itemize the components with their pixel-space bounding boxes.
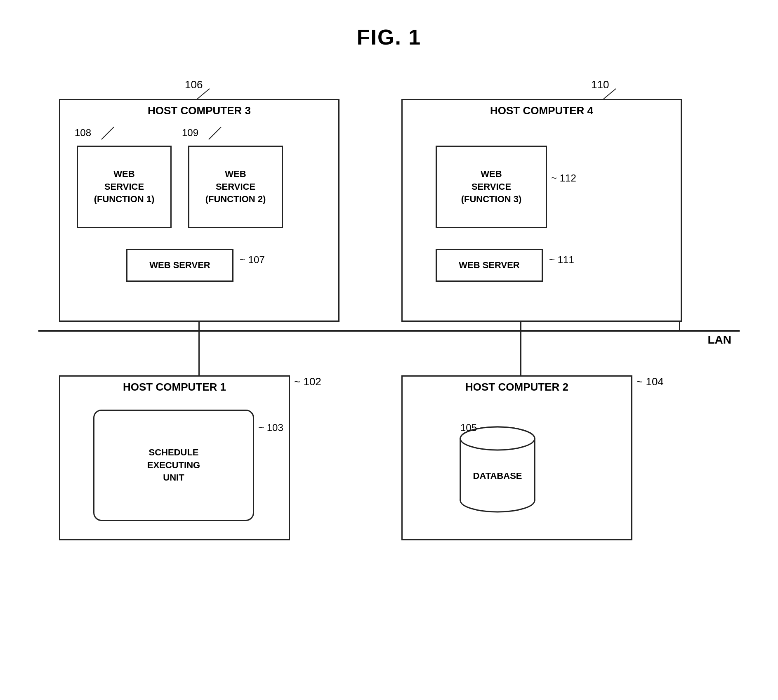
ref-112-label: ~ 112 [551, 172, 576, 184]
lan-label: LAN [707, 333, 731, 346]
db-ref: 105 [460, 422, 477, 434]
web-service-2-text: WEBSERVICE(FUNCTION 2) [205, 168, 266, 206]
web-service-3-box: WEBSERVICE(FUNCTION 3) [436, 146, 547, 228]
host1-title: HOST COMPUTER 1 [60, 377, 289, 398]
schedule-box: SCHEDULEEXECUTINGUNIT [93, 410, 254, 521]
connector-host3-lan [198, 322, 200, 331]
host4-title: HOST COMPUTER 4 [403, 100, 681, 121]
ref-103-label: ~ 103 [258, 422, 283, 434]
ref-109-label: 109 [182, 127, 198, 139]
ref-108-label: 108 [75, 127, 91, 139]
web-service-1-box: WEBSERVICE(FUNCTION 1) [77, 146, 172, 228]
host-computer-3-box: HOST COMPUTER 3 108 109 WEBSERVICE(FUNCT… [59, 99, 339, 322]
leader-109 [207, 125, 223, 141]
schedule-text: SCHEDULEEXECUTINGUNIT [147, 446, 200, 484]
page-title: FIG. 1 [0, 0, 778, 74]
leader-108 [99, 125, 116, 141]
svg-line-1 [209, 127, 221, 139]
lan-leader [679, 321, 680, 331]
svg-text:DATABASE: DATABASE [473, 471, 522, 481]
ref-104-label: ~ 104 [637, 375, 664, 388]
diagram-container: LAN 101 HOST COMPUTER 3 108 109 WEBSERVI… [38, 74, 740, 652]
web-server-3-box: WEB SERVER [126, 249, 233, 282]
database-container: 105 DATABASE [436, 401, 559, 521]
web-server-4-text: WEB SERVER [459, 259, 520, 272]
host-computer-1-box: HOST COMPUTER 1 SCHEDULEEXECUTINGUNIT ~ … [59, 375, 290, 540]
connector-host4-lan [520, 322, 521, 331]
web-service-3-text: WEBSERVICE(FUNCTION 3) [461, 168, 522, 206]
web-server-4-box: WEB SERVER [436, 249, 543, 282]
connector-host2-lan [520, 331, 521, 376]
leader-110 [601, 87, 618, 101]
connector-host1-lan [198, 331, 200, 376]
host2-title: HOST COMPUTER 2 [403, 377, 631, 398]
host-computer-4-box: HOST COMPUTER 4 WEBSERVICE(FUNCTION 3) ~… [401, 99, 682, 322]
lan-line [38, 330, 740, 332]
web-service-1-text: WEBSERVICE(FUNCTION 1) [94, 168, 155, 206]
svg-line-0 [101, 127, 114, 139]
leader-106 [195, 87, 212, 101]
web-server-3-text: WEB SERVER [149, 259, 210, 272]
host-computer-2-box: HOST COMPUTER 2 105 DATABASE [401, 375, 632, 540]
ref-102-label: ~ 102 [294, 375, 321, 388]
svg-line-3 [604, 89, 616, 99]
svg-line-2 [197, 89, 210, 99]
web-service-2-box: WEBSERVICE(FUNCTION 2) [188, 146, 283, 228]
ref-111-label: ~ 111 [549, 254, 574, 266]
host3-title: HOST COMPUTER 3 [60, 100, 338, 121]
ref-107-label: ~ 107 [240, 254, 265, 266]
